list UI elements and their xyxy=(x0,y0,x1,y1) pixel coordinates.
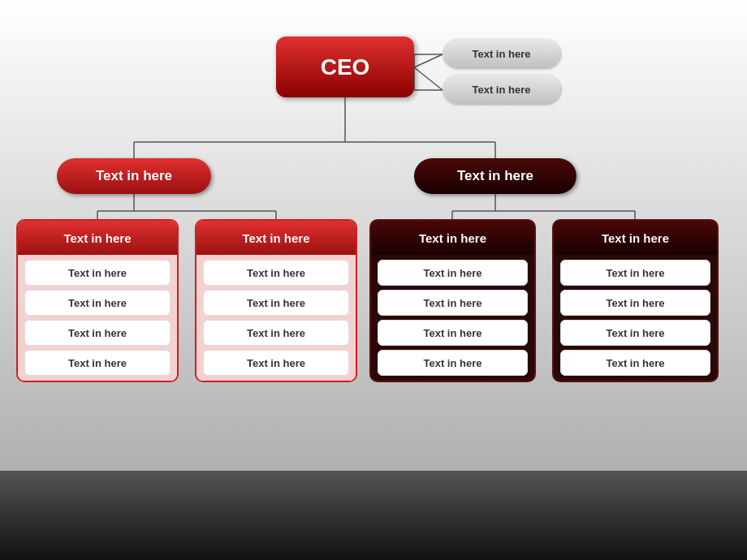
box-b-items: Text in here Text in here Text in here T… xyxy=(196,255,356,381)
box-a-header: Text in here xyxy=(18,221,177,255)
box-d: Text in here Text in here Text in here T… xyxy=(552,219,719,382)
box-d-item-3: Text in here xyxy=(560,320,710,346)
svg-line-0 xyxy=(414,54,443,67)
svg-line-1 xyxy=(414,67,443,90)
box-c-items: Text in here Text in here Text in here T… xyxy=(371,255,534,381)
box-a-items: Text in here Text in here Text in here T… xyxy=(18,255,177,381)
box-a-item-1: Text in here xyxy=(24,260,171,286)
box-c: Text in here Text in here Text in here T… xyxy=(369,219,536,382)
side-pill-2: Text in here xyxy=(443,75,560,104)
box-b-item-3: Text in here xyxy=(203,320,349,346)
box-b: Text in here Text in here Text in here T… xyxy=(195,219,357,382)
ceo-box: CEO xyxy=(276,37,414,97)
box-d-items: Text in here Text in here Text in here T… xyxy=(554,255,717,381)
side-pill-1-label: Text in here xyxy=(472,48,530,60)
l2-left-header: Text in here xyxy=(57,158,211,194)
box-c-item-2: Text in here xyxy=(378,290,528,316)
box-c-item-3: Text in here xyxy=(378,320,528,346)
box-a-item-2: Text in here xyxy=(24,290,171,316)
bottom-bar xyxy=(0,471,747,560)
box-d-header: Text in here xyxy=(554,221,717,255)
box-b-item-2: Text in here xyxy=(203,290,349,316)
l2-left-label: Text in here xyxy=(96,168,172,184)
box-c-item-4: Text in here xyxy=(378,350,528,376)
box-b-item-4: Text in here xyxy=(203,350,349,376)
box-b-header: Text in here xyxy=(196,221,356,255)
main-area: CEO Text in here Text in here Text in he… xyxy=(0,0,747,471)
box-a: Text in here Text in here Text in here T… xyxy=(16,219,179,382)
box-d-item-2: Text in here xyxy=(560,290,710,316)
box-c-header: Text in here xyxy=(371,221,534,255)
side-pill-2-label: Text in here xyxy=(472,84,530,96)
l2-right-label: Text in here xyxy=(457,168,533,184)
ceo-label: CEO xyxy=(321,54,370,80)
side-pill-1: Text in here xyxy=(443,39,560,68)
box-b-item-1: Text in here xyxy=(203,260,349,286)
box-c-item-1: Text in here xyxy=(378,260,528,286)
l2-right-header: Text in here xyxy=(414,158,576,194)
box-d-item-1: Text in here xyxy=(560,260,710,286)
box-d-item-4: Text in here xyxy=(560,350,710,376)
box-a-item-4: Text in here xyxy=(24,350,171,376)
box-a-item-3: Text in here xyxy=(24,320,171,346)
